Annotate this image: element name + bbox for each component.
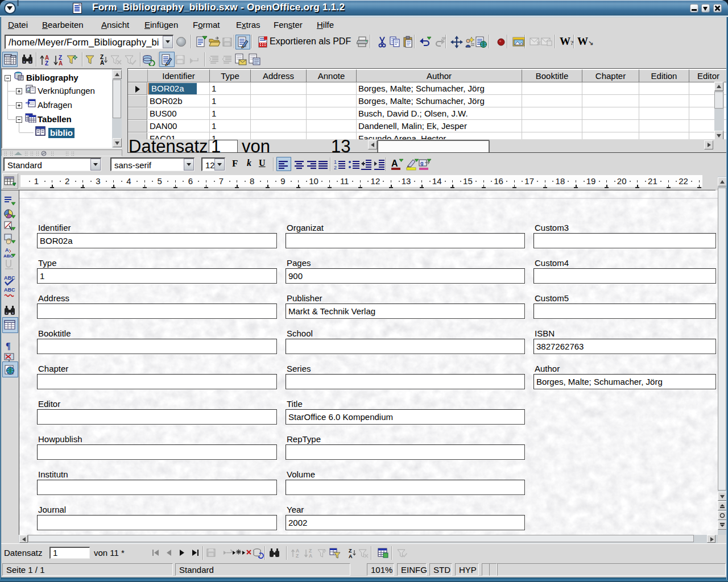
svg-text:g: g [420,160,424,166]
svg-text:ABC: ABC [4,275,15,281]
svg-text:Z: Z [45,60,48,66]
svg-text:2: 2 [334,165,337,170]
svg-text:Z: Z [349,548,352,554]
svg-text:A: A [309,553,312,559]
svg-text:A: A [391,159,398,168]
svg-text:1: 1 [334,159,337,165]
svg-text:A: A [59,60,63,66]
svg-text:A: A [5,247,9,253]
svg-text:¶: ¶ [6,341,11,351]
svg-text:A: A [349,554,353,559]
svg-text:Z: Z [296,553,299,559]
svg-text:ABC: ABC [4,287,15,293]
svg-text:A: A [100,60,104,66]
